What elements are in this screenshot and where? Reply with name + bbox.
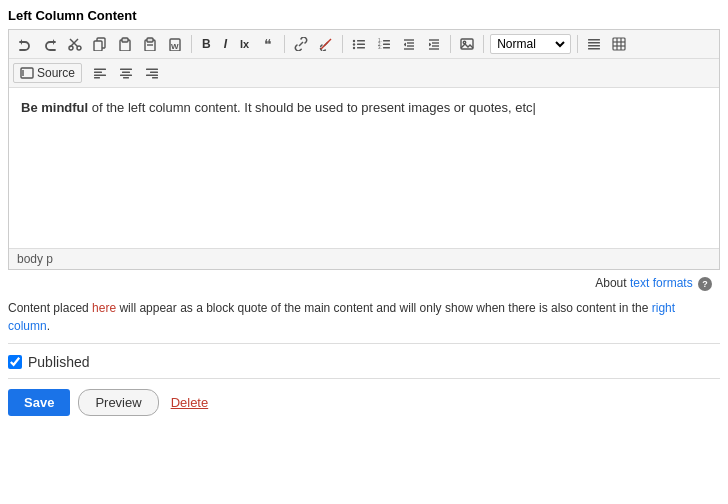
svg-point-3 (77, 46, 81, 50)
svg-rect-17 (357, 40, 365, 42)
align-center-button[interactable] (114, 62, 138, 84)
description-here: here (92, 301, 116, 315)
svg-text:3.: 3. (378, 45, 382, 50)
svg-rect-9 (147, 38, 153, 42)
content-main-text: of the left column content. It should be… (92, 100, 536, 115)
align-center-icon (119, 66, 133, 80)
published-checkbox[interactable] (8, 355, 22, 369)
toolbar-separator-5 (483, 35, 484, 53)
description-text: Content placed here will appear as a blo… (8, 295, 720, 344)
delete-button[interactable]: Delete (167, 390, 213, 415)
align-right-button[interactable] (140, 62, 164, 84)
svg-rect-52 (122, 72, 130, 74)
svg-point-15 (353, 43, 355, 45)
about-formats-link[interactable]: text formats (630, 276, 696, 290)
toolbar-separator-2 (284, 35, 285, 53)
svg-rect-54 (123, 77, 129, 79)
svg-rect-18 (357, 44, 365, 46)
blockquote-button[interactable]: ❝ (256, 33, 280, 55)
svg-rect-48 (94, 72, 102, 74)
source-icon (20, 66, 34, 80)
svg-rect-23 (383, 40, 390, 42)
svg-rect-37 (588, 42, 600, 44)
svg-rect-19 (357, 47, 365, 49)
section-title: Left Column Content (8, 8, 720, 23)
undo-button[interactable] (13, 33, 37, 55)
svg-rect-40 (613, 38, 625, 50)
svg-rect-49 (94, 75, 106, 77)
svg-rect-7 (122, 38, 128, 42)
svg-point-35 (464, 41, 466, 43)
preview-button[interactable]: Preview (78, 389, 158, 416)
svg-rect-34 (461, 39, 473, 49)
svg-rect-51 (120, 69, 132, 71)
about-formats-row: About text formats ? (8, 270, 720, 295)
svg-point-16 (353, 47, 355, 49)
cut-button[interactable] (63, 33, 87, 55)
content-bold-text: Be mindful (21, 100, 88, 115)
outdent-button[interactable] (397, 33, 421, 55)
table-button[interactable] (607, 33, 631, 55)
editor-statusbar: body p (9, 248, 719, 269)
paste-button[interactable] (113, 33, 137, 55)
toolbar-separator-3 (342, 35, 343, 53)
svg-rect-38 (588, 45, 600, 47)
editor-wrapper: W B I Ix ❝ (8, 29, 720, 270)
numbered-list-button[interactable]: 1. 2. 3. (372, 33, 396, 55)
strikethrough-button[interactable]: Ix (234, 33, 255, 55)
link-button[interactable] (289, 33, 313, 55)
svg-rect-24 (383, 44, 390, 46)
svg-rect-56 (150, 72, 158, 74)
align-left-icon (93, 66, 107, 80)
svg-rect-57 (146, 75, 158, 77)
svg-line-13 (321, 39, 331, 49)
toolbar-separator-4 (450, 35, 451, 53)
align-right-icon (145, 66, 159, 80)
editor-content-area[interactable]: Be mindful of the left column content. I… (9, 88, 719, 248)
svg-point-2 (69, 46, 73, 50)
svg-rect-25 (383, 47, 390, 49)
align-full-button[interactable] (582, 33, 606, 55)
about-formats-text-before: About (595, 276, 630, 290)
buttons-row: Save Preview Delete (8, 379, 720, 416)
paste-word-button[interactable]: W (163, 33, 187, 55)
source-button[interactable]: Source (13, 63, 82, 83)
redo-button[interactable] (38, 33, 62, 55)
paste-text-button[interactable] (138, 33, 162, 55)
image-button[interactable] (455, 33, 479, 55)
published-label[interactable]: Published (28, 354, 90, 370)
bold-button[interactable]: B (196, 33, 217, 55)
align-left-button[interactable] (88, 62, 112, 84)
save-button[interactable]: Save (8, 389, 70, 416)
svg-rect-55 (146, 69, 158, 71)
help-icon: ? (698, 277, 712, 291)
svg-rect-50 (94, 77, 100, 79)
italic-button[interactable]: I (218, 33, 233, 55)
format-select[interactable]: Normal Heading 1 Heading 2 Heading 3 (493, 36, 568, 52)
svg-rect-39 (588, 48, 600, 50)
svg-rect-36 (588, 39, 600, 41)
toolbar-separator-1 (191, 35, 192, 53)
format-select-wrap[interactable]: Normal Heading 1 Heading 2 Heading 3 (490, 34, 571, 54)
bullet-list-button[interactable] (347, 33, 371, 55)
svg-text:W: W (171, 42, 179, 51)
svg-rect-5 (94, 41, 102, 51)
toolbar-row1: W B I Ix ❝ (9, 30, 719, 59)
svg-rect-47 (94, 69, 106, 71)
published-section: Published (8, 344, 720, 379)
indent-button[interactable] (422, 33, 446, 55)
toolbar-separator-6 (577, 35, 578, 53)
svg-point-14 (353, 40, 355, 42)
svg-rect-58 (152, 77, 158, 79)
toolbar-row2: Source (9, 59, 719, 88)
copy-button[interactable] (88, 33, 112, 55)
unlink-button[interactable] (314, 33, 338, 55)
svg-rect-53 (120, 75, 132, 77)
